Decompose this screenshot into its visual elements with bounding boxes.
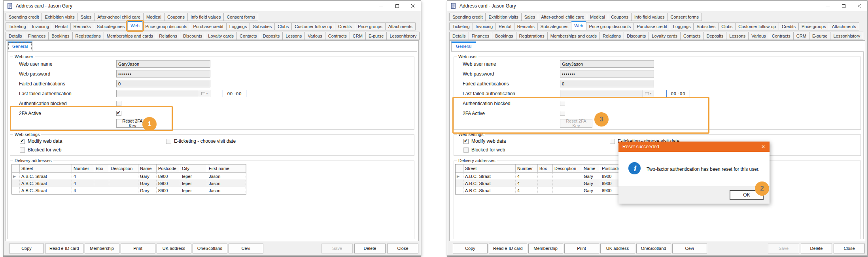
tab-spending-credit[interactable]: Spending credit [6,13,42,21]
cell-postcode[interactable]: 8900 [157,173,180,180]
read-e-id-card-button[interactable]: Read e-ID card [489,244,527,253]
row-selector[interactable] [456,187,463,194]
tab-medical[interactable]: Medical [587,13,608,21]
tab-various[interactable]: Various [304,32,325,40]
twofa-active-checkbox[interactable] [116,111,121,116]
cell-description[interactable] [109,187,138,194]
tab-details[interactable]: Details [6,32,25,40]
column-header-box[interactable]: Box [94,164,109,173]
tab-loggings[interactable]: Loggings [226,22,250,30]
read-e-id-card-button[interactable]: Read e-ID card [45,244,83,253]
tab-ticketing[interactable]: Ticketing [449,22,473,30]
time-input[interactable]: 00 :00 [223,90,246,97]
tab-purchase-credit[interactable]: Purchase credit [634,22,670,30]
cell-first-name[interactable]: Jason [207,187,246,194]
web-user-name-input[interactable]: GaryJason [560,60,654,68]
column-header-first-name[interactable]: First name [207,164,246,173]
cell-number[interactable]: 4 [72,180,94,187]
time-input[interactable]: 00 :00 [666,90,690,97]
cell-name[interactable]: Gary [582,187,600,194]
tab-exhibition-visits[interactable]: Exhibition visits [42,13,78,21]
save-button[interactable]: Save [768,244,799,253]
tab-registrations[interactable]: Registrations [72,32,104,40]
tab-attachments[interactable]: Attachments [829,22,859,30]
tab-sales[interactable]: Sales [521,13,539,21]
tab-info-field-values[interactable]: Info field values [187,13,224,21]
tab-general[interactable]: General [8,42,32,51]
tab-clubs[interactable]: Clubs [718,22,736,30]
current-row-selector[interactable]: ▶ [12,173,20,180]
column-header-postcode[interactable]: Postcode [157,164,180,173]
tab-clubs[interactable]: Clubs [274,22,292,30]
print-button[interactable]: Print [121,244,155,253]
minimize-button[interactable] [820,1,836,11]
cell-postcode[interactable]: 8900 [157,187,180,194]
row-selector[interactable] [12,187,20,194]
tab-price-group-discounts[interactable]: Price group discounts [142,22,191,30]
cell-number[interactable]: 4 [516,180,538,187]
close-button[interactable] [405,1,421,11]
tab-invoicing[interactable]: Invoicing [29,22,52,30]
column-header-description[interactable]: Description [109,164,138,173]
save-button[interactable]: Save [321,244,353,253]
cell-name[interactable]: Gary [138,180,157,187]
tab-credits[interactable]: Credits [779,22,799,30]
maximize-button[interactable] [836,1,851,11]
cell-name[interactable]: Gary [138,173,157,180]
cell-city[interactable]: Ieper [180,180,207,187]
tab-ticketing[interactable]: Ticketing [6,22,29,30]
onescotland-button[interactable]: OneScotland [636,244,671,253]
tab-loyalty-cards[interactable]: Loyalty cards [649,32,681,40]
eticketing-checkbox[interactable] [610,139,615,144]
tab-bookings[interactable]: Bookings [48,32,72,40]
column-header-box[interactable]: Box [538,164,553,173]
column-header-description[interactable]: Description [553,164,582,173]
cell-street[interactable]: A.B.C.-Straat [463,187,516,194]
close-button[interactable] [851,1,867,11]
delete-button[interactable]: Delete [801,244,832,253]
cell-street[interactable]: A.B.C.-Straat [20,173,72,180]
cell-description[interactable] [553,187,582,194]
cell-number[interactable]: 4 [72,187,94,194]
tab-subsidies[interactable]: Subsidies [250,22,275,30]
calendar-dropdown-button[interactable]: ▾ [199,90,210,97]
tab-after-school-child-care[interactable]: After-school child care [538,13,587,21]
tab-rental[interactable]: Rental [52,22,71,30]
tab-price-groups[interactable]: Price groups [355,22,386,30]
tab-registrations[interactable]: Registrations [516,32,548,40]
tab-credits[interactable]: Credits [335,22,355,30]
print-button[interactable]: Print [564,244,599,253]
tab-bookings[interactable]: Bookings [492,32,516,40]
failed-authentications-input[interactable]: 0 [560,80,654,87]
reset-2fa-key-button[interactable]: Reset 2FA Key [560,119,592,128]
tab-loggings[interactable]: Loggings [670,22,694,30]
modify-web-data-checkbox[interactable] [463,139,469,144]
tab-invoicing[interactable]: Invoicing [473,22,496,30]
tab-discounts[interactable]: Discounts [624,32,649,40]
cell-street[interactable]: A.B.C.-Straat [463,173,516,180]
tab-memberships-and-cards[interactable]: Memberships and cards [104,32,156,40]
close-button[interactable]: Close [834,244,865,253]
tab-purchase-credit[interactable]: Purchase credit [190,22,226,30]
cell-description[interactable] [109,173,138,180]
column-header-street[interactable]: Street [20,164,72,173]
uk-address-button[interactable]: UK address [600,244,635,253]
tab-e-purse[interactable]: E-purse [365,32,387,40]
tab-remarks[interactable]: Remarks [70,22,94,30]
tab-customer-follow-up[interactable]: Customer follow-up [735,22,779,30]
tab-loyalty-cards[interactable]: Loyalty cards [205,32,237,40]
copy-button[interactable]: Copy [453,244,488,253]
tab-general[interactable]: General [451,42,476,51]
cell-box[interactable] [538,187,553,194]
tab-relations[interactable]: Relations [156,32,180,40]
cell-first-name[interactable]: Jason [207,180,246,187]
onescotland-button[interactable]: OneScotland [193,244,227,253]
tab-lessonhistory[interactable]: Lessonhistory [386,32,420,40]
cell-number[interactable]: 4 [516,173,538,180]
tab-contracts[interactable]: Contracts [325,32,350,40]
column-header-number[interactable]: Number [72,164,94,173]
cell-name[interactable]: Gary [582,173,600,180]
uk-address-button[interactable]: UK address [157,244,191,253]
failed-authentications-input[interactable]: 0 [116,80,210,87]
cell-description[interactable] [553,173,582,180]
